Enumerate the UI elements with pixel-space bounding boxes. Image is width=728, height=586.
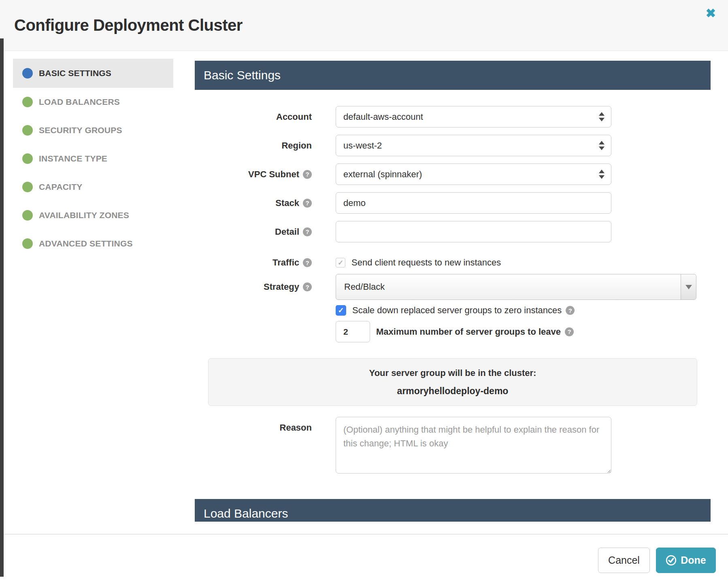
page-behind-modal-strip bbox=[0, 38, 4, 577]
help-icon[interactable]: ? bbox=[303, 170, 312, 179]
stack-input[interactable] bbox=[336, 192, 611, 214]
region-select[interactable]: us-west-2 bbox=[336, 135, 611, 156]
step-status-dot-icon bbox=[22, 182, 33, 192]
step-status-dot-icon bbox=[22, 68, 33, 79]
region-row: Region us-west-2 bbox=[195, 135, 611, 156]
section-title: Load Balancers bbox=[204, 507, 288, 520]
section-title: Basic Settings bbox=[204, 68, 281, 82]
detail-label: Detail ? bbox=[195, 227, 312, 237]
sidebar-item-security-groups[interactable]: SECURITY GROUPS bbox=[13, 116, 173, 144]
vpc-subnet-select[interactable]: external (spinnaker) bbox=[336, 163, 611, 185]
sidebar-item-basic-settings[interactable]: BASIC SETTINGS bbox=[13, 59, 173, 88]
modal-body: BASIC SETTINGS LOAD BALANCERS SECURITY G… bbox=[4, 51, 728, 522]
detail-input[interactable] bbox=[336, 221, 611, 242]
strategy-row: Strategy ? Red/Black bbox=[195, 274, 696, 300]
stack-label: Stack ? bbox=[195, 198, 312, 208]
traffic-checkbox: ✓ bbox=[336, 258, 345, 268]
done-button-label: Done bbox=[681, 554, 706, 566]
help-icon[interactable]: ? bbox=[303, 282, 312, 291]
max-server-groups-label: Maximum number of server groups to leave bbox=[376, 327, 561, 337]
sidebar-item-load-balancers[interactable]: LOAD BALANCERS bbox=[13, 88, 173, 116]
sidebar-item-capacity[interactable]: CAPACITY bbox=[13, 173, 173, 201]
traffic-label: Traffic ? bbox=[195, 257, 312, 268]
scale-down-checkbox-label[interactable]: Scale down replaced server groups to zer… bbox=[352, 305, 562, 316]
vpc-subnet-row: VPC Subnet ? external (spinnaker) bbox=[195, 163, 611, 185]
vpc-subnet-label: VPC Subnet ? bbox=[195, 169, 312, 180]
wizard-nav: BASIC SETTINGS LOAD BALANCERS SECURITY G… bbox=[13, 59, 173, 258]
select-updown-icon bbox=[599, 112, 605, 121]
help-icon[interactable]: ? bbox=[303, 199, 312, 208]
scale-down-row: ✓ Scale down replaced server groups to z… bbox=[195, 305, 575, 316]
sidebar-item-label: INSTANCE TYPE bbox=[39, 154, 107, 163]
stack-row: Stack ? bbox=[195, 192, 611, 214]
strategy-select[interactable]: Red/Black bbox=[336, 274, 696, 300]
modal-footer: Cancel Done bbox=[0, 534, 728, 586]
step-status-dot-icon bbox=[22, 153, 33, 164]
select-updown-icon bbox=[599, 141, 605, 150]
close-icon[interactable]: ✖ bbox=[706, 7, 716, 19]
sidebar-item-instance-type[interactable]: INSTANCE TYPE bbox=[13, 144, 173, 173]
reason-label: Reason bbox=[195, 423, 312, 433]
reason-textarea[interactable] bbox=[336, 417, 611, 473]
step-status-dot-icon bbox=[22, 125, 33, 136]
strategy-dropdown-button[interactable] bbox=[681, 274, 696, 299]
check-circle-icon bbox=[666, 555, 677, 566]
sidebar-item-label: SECURITY GROUPS bbox=[39, 125, 122, 135]
strategy-label: Strategy ? bbox=[195, 282, 312, 292]
help-icon[interactable]: ? bbox=[303, 258, 312, 267]
cluster-name: armoryhellodeploy-demo bbox=[397, 386, 509, 397]
sidebar-item-availability-zones[interactable]: AVAILABILITY ZONES bbox=[13, 201, 173, 229]
sidebar-item-label: AVAILABILITY ZONES bbox=[39, 210, 129, 220]
vpc-subnet-select-value: external (spinnaker) bbox=[343, 169, 422, 180]
select-updown-icon bbox=[599, 170, 605, 179]
account-row: Account default-aws-account bbox=[195, 106, 611, 127]
strategy-select-value: Red/Black bbox=[344, 282, 385, 292]
account-label: Account bbox=[195, 112, 312, 122]
caret-down-icon bbox=[685, 285, 692, 289]
cluster-info-text: Your server group will be in the cluster… bbox=[369, 368, 536, 378]
modal-title: Configure Deployment Cluster bbox=[14, 16, 243, 34]
step-status-dot-icon bbox=[22, 97, 33, 107]
modal-header: Configure Deployment Cluster ✖ bbox=[0, 0, 728, 51]
max-server-groups-row: Maximum number of server groups to leave… bbox=[195, 321, 574, 342]
cancel-button[interactable]: Cancel bbox=[598, 548, 650, 573]
scale-down-checkbox[interactable]: ✓ bbox=[336, 305, 346, 316]
account-select-value: default-aws-account bbox=[343, 112, 423, 122]
help-icon[interactable]: ? bbox=[565, 327, 574, 336]
sidebar-item-label: ADVANCED SETTINGS bbox=[39, 239, 133, 248]
traffic-checkbox-label: Send client requests to new instances bbox=[351, 257, 501, 268]
region-select-value: us-west-2 bbox=[343, 140, 382, 151]
traffic-row: Traffic ? ✓ Send client requests to new … bbox=[195, 257, 501, 268]
sidebar-item-label: CAPACITY bbox=[39, 182, 82, 192]
basic-settings-section-header: Basic Settings bbox=[195, 61, 711, 90]
done-button[interactable]: Done bbox=[656, 548, 716, 573]
help-icon[interactable]: ? bbox=[566, 306, 575, 315]
max-server-groups-input[interactable] bbox=[336, 321, 370, 342]
reason-row: Reason bbox=[195, 417, 611, 473]
sidebar-item-advanced-settings[interactable]: ADVANCED SETTINGS bbox=[13, 229, 173, 258]
cluster-info-well: Your server group will be in the cluster… bbox=[208, 358, 697, 406]
help-icon[interactable]: ? bbox=[303, 227, 312, 236]
detail-row: Detail ? bbox=[195, 221, 611, 242]
sidebar-item-label: LOAD BALANCERS bbox=[39, 97, 120, 107]
region-label: Region bbox=[195, 140, 312, 151]
step-status-dot-icon bbox=[22, 210, 33, 221]
sidebar-item-label: BASIC SETTINGS bbox=[39, 68, 111, 78]
load-balancers-section-header: Load Balancers bbox=[195, 499, 711, 522]
step-status-dot-icon bbox=[22, 238, 33, 249]
account-select[interactable]: default-aws-account bbox=[336, 106, 611, 127]
